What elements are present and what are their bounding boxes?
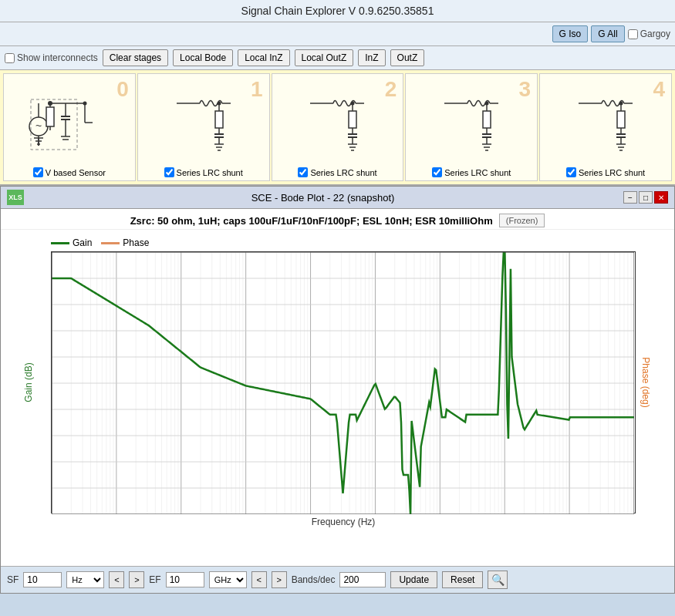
bode-chart-area: Gain Phase Gain (dB) Phase (deg) Frequen… bbox=[1, 230, 674, 566]
ef-prev-button[interactable]: < bbox=[251, 571, 267, 588]
bands-label: Bands/dec bbox=[292, 574, 336, 585]
stage-1: 1 bbox=[137, 73, 270, 181]
stage-3-label-text: Series LRC shunt bbox=[444, 168, 511, 177]
stage-2-label-text: Series LRC shunt bbox=[310, 168, 376, 177]
stage-0-checkbox[interactable] bbox=[33, 167, 43, 177]
svg-rect-65 bbox=[617, 111, 625, 128]
y-right-axis-label: Phase (deg) bbox=[640, 357, 650, 407]
stage-3-number: 3 bbox=[519, 77, 532, 102]
sf-label: SF bbox=[7, 574, 19, 585]
stage-4: 4 Series LRC shunt bbox=[539, 73, 672, 181]
stage-0-label: V based Sensor bbox=[33, 167, 106, 177]
title-text: Signal Chain Explorer V 0.9.6250.35851 bbox=[241, 5, 434, 17]
bode-subtitle-text: Zsrc: 50 ohm, 1uH; caps 100uF/1uF/10nF/1… bbox=[130, 215, 493, 227]
update-button[interactable]: Update bbox=[390, 571, 437, 588]
show-interconnects-label[interactable]: Show interconnects bbox=[5, 52, 98, 63]
bottom-toolbar: SF Hz kHz MHz GHz < > EF Hz kHz MHz GHz … bbox=[1, 566, 674, 593]
bode-subtitle: Zsrc: 50 ohm, 1uH; caps 100uF/1uF/10nF/1… bbox=[1, 209, 674, 230]
svg-rect-53 bbox=[483, 111, 491, 128]
bands-input[interactable] bbox=[339, 572, 386, 587]
stage-0-number: 0 bbox=[116, 77, 129, 102]
ef-label: EF bbox=[149, 574, 160, 585]
gargoy-checkbox[interactable] bbox=[628, 29, 638, 39]
outz-button[interactable]: OutZ bbox=[390, 49, 425, 66]
stage-3-label: Series LRC shunt bbox=[432, 167, 511, 177]
frozen-button[interactable]: (Frozen) bbox=[499, 214, 545, 227]
stage-4-checkbox[interactable] bbox=[566, 167, 576, 177]
x-axis-label: Frequency (Hz) bbox=[51, 517, 636, 527]
sf-next-button[interactable]: > bbox=[129, 571, 144, 588]
stage-4-diagram bbox=[543, 77, 668, 167]
stage-3-checkbox[interactable] bbox=[432, 167, 442, 177]
bode-canvas bbox=[52, 252, 634, 514]
svg-point-23 bbox=[83, 101, 86, 105]
stages-container: 0 ~ bbox=[0, 70, 675, 186]
reset-button[interactable]: Reset bbox=[442, 571, 483, 588]
stage-4-number: 4 bbox=[653, 77, 665, 102]
phase-legend-line bbox=[101, 242, 120, 244]
stage-2-checkbox[interactable] bbox=[298, 167, 308, 177]
stage-1-number: 1 bbox=[251, 77, 263, 102]
stage-2: 2 Series LRC shunt bbox=[272, 73, 404, 181]
gain-legend: Gain bbox=[51, 237, 92, 248]
sf-input[interactable] bbox=[23, 572, 62, 587]
inz-button[interactable]: InZ bbox=[358, 49, 385, 66]
show-interconnects-text: Show interconnects bbox=[17, 52, 98, 63]
phase-legend: Phase bbox=[101, 237, 149, 248]
chart-container bbox=[51, 251, 636, 513]
stage-4-label-text: Series LRC shunt bbox=[579, 168, 645, 177]
g-all-button[interactable]: G All bbox=[591, 25, 624, 42]
y-left-axis-label: Gain (dB) bbox=[23, 362, 34, 402]
gargoy-label: Gargoy bbox=[640, 29, 670, 39]
stage-2-diagram bbox=[275, 77, 400, 167]
stage-2-label: Series LRC shunt bbox=[298, 167, 376, 177]
xls-icon: XLS bbox=[7, 190, 24, 205]
local-bode-button[interactable]: Local Bode bbox=[173, 49, 233, 66]
chart-wrapper: Gain (dB) Phase (deg) bbox=[51, 251, 636, 513]
stage-4-label: Series LRC shunt bbox=[566, 167, 645, 177]
top-toolbar: G Iso G All Gargoy bbox=[0, 22, 675, 46]
show-interconnects-checkbox[interactable] bbox=[5, 53, 15, 63]
close-button[interactable]: ✕ bbox=[654, 191, 668, 204]
g-iso-button[interactable]: G Iso bbox=[552, 25, 589, 42]
phase-legend-label: Phase bbox=[123, 237, 149, 248]
app-title: Signal Chain Explorer V 0.9.6250.35851 bbox=[0, 0, 675, 22]
local-outz-button[interactable]: Local OutZ bbox=[295, 49, 354, 66]
bode-window: XLS SCE - Bode Plot - 22 (snapshot) − □ … bbox=[0, 186, 675, 594]
bode-title: SCE - Bode Plot - 22 (snapshot) bbox=[24, 192, 622, 204]
stage-1-label: Series LRC shunt bbox=[164, 167, 243, 177]
stage-1-label-text: Series LRC shunt bbox=[177, 168, 243, 177]
ef-unit-select[interactable]: Hz kHz MHz GHz bbox=[209, 571, 247, 588]
clear-stages-button[interactable]: Clear stages bbox=[103, 49, 168, 66]
stage-3: 3 Series LRC shunt bbox=[405, 73, 538, 181]
svg-text:~: ~ bbox=[35, 119, 42, 132]
restore-button[interactable]: □ bbox=[639, 191, 653, 204]
stage-0-diagram: ~ bbox=[7, 77, 132, 167]
sf-prev-button[interactable]: < bbox=[109, 571, 124, 588]
svg-rect-9 bbox=[46, 107, 54, 126]
stage-3-diagram bbox=[409, 77, 534, 167]
second-toolbar: Show interconnects Clear stages Local Bo… bbox=[0, 46, 675, 70]
sf-unit-select[interactable]: Hz kHz MHz GHz bbox=[66, 571, 104, 588]
stage-0: 0 ~ bbox=[3, 73, 136, 181]
svg-rect-41 bbox=[349, 111, 356, 128]
stage-0-label-text: V based Sensor bbox=[46, 168, 106, 177]
minimize-button[interactable]: − bbox=[623, 191, 637, 204]
gain-legend-line bbox=[51, 242, 69, 244]
svg-rect-29 bbox=[215, 111, 223, 128]
stage-2-number: 2 bbox=[385, 77, 397, 102]
gargoy-checkbox-label[interactable]: Gargoy bbox=[628, 29, 670, 39]
chart-legend: Gain Phase bbox=[51, 237, 636, 248]
ef-next-button[interactable]: > bbox=[272, 571, 287, 588]
stage-1-diagram bbox=[141, 77, 266, 167]
search-button[interactable]: 🔍 bbox=[488, 571, 508, 589]
bode-titlebar: XLS SCE - Bode Plot - 22 (snapshot) − □ … bbox=[1, 187, 674, 209]
gain-legend-label: Gain bbox=[73, 237, 92, 248]
local-inz-button[interactable]: Local InZ bbox=[238, 49, 289, 66]
stage-1-checkbox[interactable] bbox=[164, 167, 174, 177]
ef-input[interactable] bbox=[166, 572, 204, 587]
